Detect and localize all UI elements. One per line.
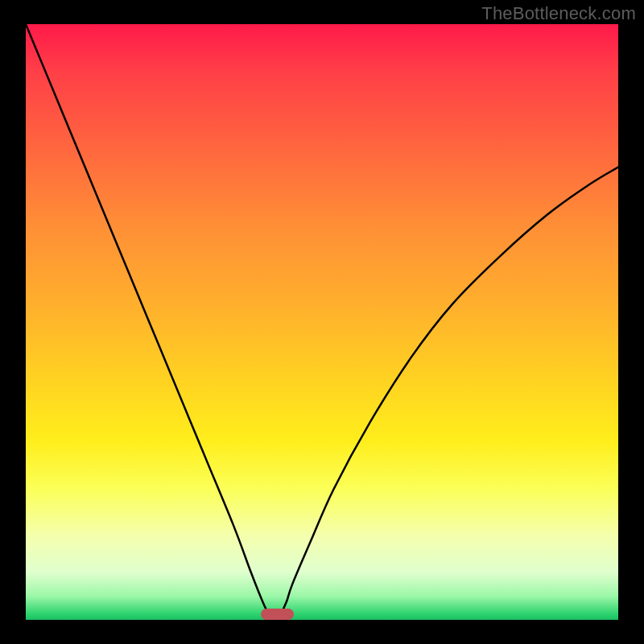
watermark-text: TheBottleneck.com <box>481 3 636 24</box>
optimal-zone-marker <box>261 609 294 620</box>
chart-plot-area <box>26 24 618 620</box>
bottleneck-curve-line <box>26 24 618 620</box>
chart-svg <box>26 24 618 620</box>
